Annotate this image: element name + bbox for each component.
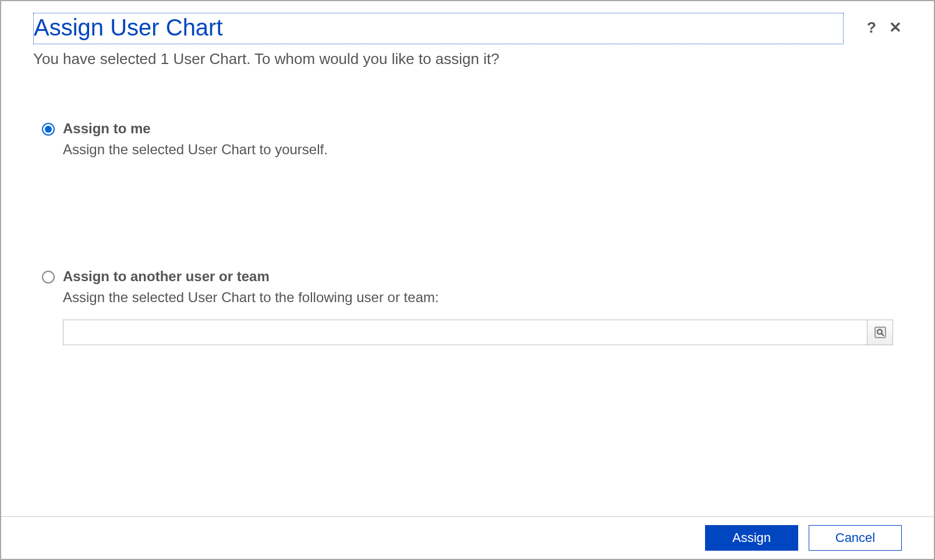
header-icons: ? ✕ xyxy=(867,19,902,37)
dialog-subtitle: You have selected 1 User Chart. To whom … xyxy=(33,50,902,68)
lookup-button[interactable] xyxy=(867,320,892,345)
option-body-me: Assign to me Assign the selected User Ch… xyxy=(63,120,893,158)
assign-button[interactable]: Assign xyxy=(705,525,798,551)
option-desc-me: Assign the selected User Chart to yourse… xyxy=(63,141,893,158)
help-icon[interactable]: ? xyxy=(867,19,876,37)
svg-rect-0 xyxy=(875,327,886,338)
search-icon xyxy=(873,325,887,339)
option-assign-to-me[interactable]: Assign to me Assign the selected User Ch… xyxy=(42,120,893,158)
user-team-lookup xyxy=(63,320,893,345)
option-title-other: Assign to another user or team xyxy=(63,268,893,285)
dialog-header: Assign User Chart You have selected 1 Us… xyxy=(1,1,934,68)
option-title-me: Assign to me xyxy=(63,120,893,137)
dialog-footer: Assign Cancel xyxy=(1,516,934,559)
dialog-title-wrap: Assign User Chart xyxy=(33,13,844,44)
radio-assign-to-me[interactable] xyxy=(42,123,55,136)
option-assign-to-other[interactable]: Assign to another user or team Assign th… xyxy=(42,268,893,345)
cancel-button[interactable]: Cancel xyxy=(809,525,902,551)
assign-user-chart-dialog: Assign User Chart You have selected 1 Us… xyxy=(1,1,934,559)
dialog-title: Assign User Chart xyxy=(34,13,840,41)
dialog-content: Assign to me Assign the selected User Ch… xyxy=(1,68,934,516)
user-team-input[interactable] xyxy=(63,320,867,345)
radio-assign-to-other[interactable] xyxy=(42,271,55,283)
option-desc-other: Assign the selected User Chart to the fo… xyxy=(63,289,893,306)
option-body-other: Assign to another user or team Assign th… xyxy=(63,268,893,345)
close-icon[interactable]: ✕ xyxy=(889,19,902,37)
